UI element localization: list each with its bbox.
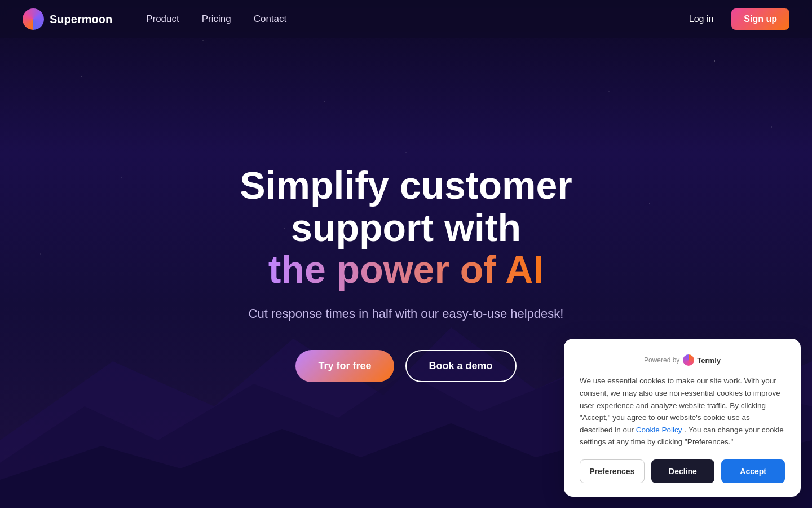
signup-button[interactable]: Sign up [731,8,789,30]
nav-link-contact[interactable]: Contact [242,8,298,30]
nav-link-product[interactable]: Product [135,8,191,30]
nav-links: Product Pricing Contact [135,8,298,30]
navbar: Supermoon Product Pricing Contact Log in… [0,0,812,38]
termly-name: Termly [697,356,721,365]
logo-icon [23,8,44,30]
cookie-buttons: Preferences Decline Accept [580,459,785,483]
cookie-banner: Powered by Termly We use essential cooki… [564,339,801,497]
hero-title-gradient: the power of AI [268,248,544,291]
logo-text: Supermoon [50,13,112,26]
accept-button[interactable]: Accept [721,459,785,483]
hero-title: Simplify customer support with the power… [164,164,648,291]
hero-subtitle: Cut response times in half with our easy… [164,304,648,323]
hero-title-part1: Simplify customer support with [240,164,572,249]
logo[interactable]: Supermoon [23,8,112,30]
try-free-button[interactable]: Try for free [295,350,394,382]
login-button[interactable]: Log in [680,10,723,29]
powered-by-text: Powered by [644,356,679,364]
cookie-powered-row: Powered by Termly [580,354,785,366]
cookie-description: We use essential cookies to make our sit… [580,375,785,448]
termly-logo: Termly [683,354,721,366]
decline-button[interactable]: Decline [651,459,715,483]
book-demo-button[interactable]: Book a demo [405,350,517,382]
navbar-right: Log in Sign up [680,8,789,30]
nav-link-pricing[interactable]: Pricing [191,8,242,30]
preferences-button[interactable]: Preferences [580,459,645,483]
termly-icon [683,354,694,366]
navbar-left: Supermoon Product Pricing Contact [23,8,298,30]
cookie-policy-link[interactable]: Cookie Policy [636,426,682,434]
